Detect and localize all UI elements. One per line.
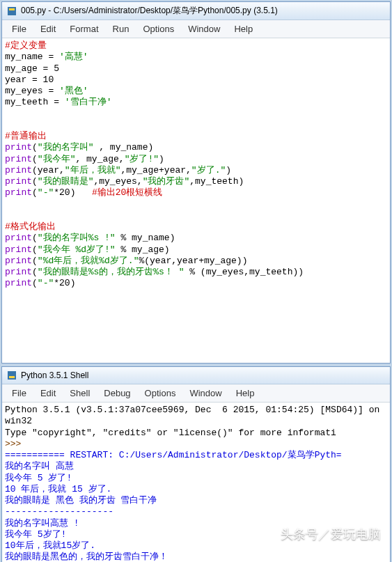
- python-shell-icon: [6, 370, 17, 381]
- editor-titlebar[interactable]: 005.py - C:/Users/Administrator/Desktop/…: [2, 2, 390, 20]
- shell-banner-2: Type "copyright", "credits" or "license(…: [5, 428, 336, 438]
- shell-menu-shell[interactable]: Shell: [63, 386, 97, 400]
- watermark: 头条号／爱玩电脑: [281, 526, 381, 543]
- shell-out-3: 10 年后，我就 15 岁了.: [5, 484, 111, 494]
- menu-options[interactable]: Options: [136, 22, 181, 36]
- svg-rect-3: [9, 376, 15, 378]
- shell-menu-file[interactable]: File: [5, 386, 33, 400]
- shell-out-7: 10年后，我就15岁了.: [5, 540, 95, 551]
- shell-dash-1: --------------------: [5, 506, 113, 517]
- menu-run[interactable]: Run: [106, 22, 136, 36]
- svg-rect-0: [8, 7, 16, 15]
- shell-out-8: 我的眼睛是黑色的，我的牙齿雪白干净！: [5, 552, 168, 562]
- shell-prompt: >>>: [5, 439, 21, 449]
- python-file-icon: [6, 6, 17, 17]
- editor-menubar: File Edit Format Run Options Window Help: [2, 20, 390, 38]
- shell-out-5: 我的名字叫高慧 !: [5, 518, 79, 529]
- shell-out-1: 我的名字叫 高慧: [5, 461, 74, 471]
- svg-rect-2: [8, 371, 16, 380]
- shell-menu-options[interactable]: Options: [138, 386, 183, 400]
- shell-menu-help[interactable]: Help: [229, 386, 262, 400]
- editor-window: 005.py - C:/Users/Administrator/Desktop/…: [1, 1, 391, 364]
- menu-file[interactable]: File: [5, 22, 33, 36]
- shell-menu-window[interactable]: Window: [182, 386, 228, 400]
- menu-help[interactable]: Help: [227, 22, 260, 36]
- menu-format[interactable]: Format: [63, 22, 105, 36]
- shell-out-2: 我今年 5 岁了!: [5, 473, 72, 483]
- shell-out-4: 我的眼睛是 黑色 我的牙齿 雪白干净: [5, 495, 157, 506]
- menu-edit[interactable]: Edit: [33, 22, 63, 36]
- code-editor[interactable]: #定义变量 my_name = '高慧' my_age = 5 year = 1…: [2, 38, 390, 292]
- svg-rect-1: [9, 8, 15, 10]
- shell-titlebar[interactable]: Python 3.5.1 Shell: [2, 367, 390, 384]
- shell-restart: =========== RESTART: C:/Users/Administra…: [5, 450, 342, 460]
- shell-out-6: 我今年 5岁了!: [5, 529, 66, 540]
- shell-menu-edit[interactable]: Edit: [33, 386, 63, 400]
- editor-title: 005.py - C:/Users/Administrator/Desktop/…: [21, 5, 278, 17]
- shell-title: Python 3.5.1 Shell: [21, 370, 88, 380]
- shell-menubar: File Edit Shell Debug Options Window Hel…: [2, 384, 390, 403]
- shell-menu-debug[interactable]: Debug: [97, 386, 137, 400]
- shell-banner-1: Python 3.5.1 (v3.5.1:37a07cee5969, Dec 6…: [5, 405, 385, 426]
- menu-window[interactable]: Window: [181, 22, 227, 36]
